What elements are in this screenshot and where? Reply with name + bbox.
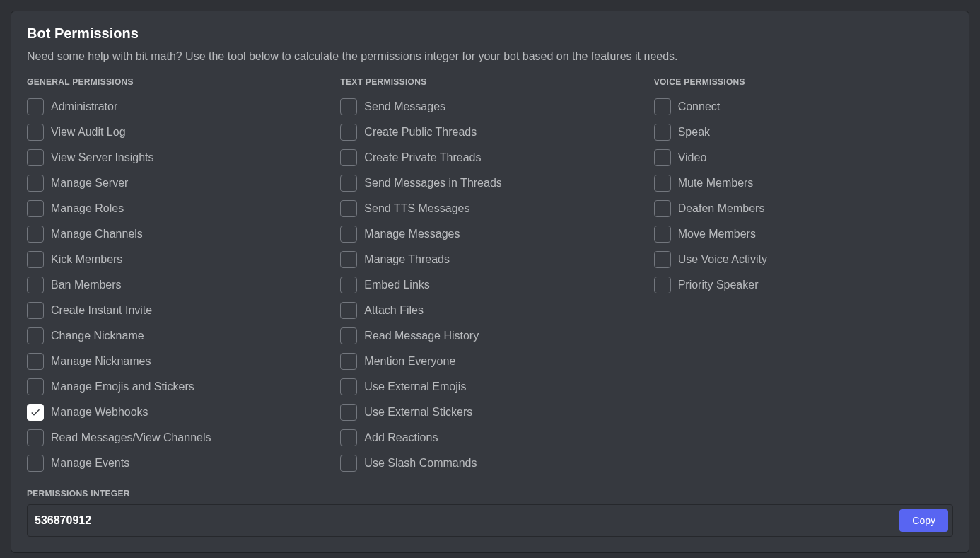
permission-read-message-history[interactable]: Read Message History bbox=[340, 323, 639, 349]
permission-label: Add Reactions bbox=[364, 431, 438, 444]
permission-label: Create Private Threads bbox=[364, 151, 481, 164]
permission-kick-members[interactable]: Kick Members bbox=[27, 247, 326, 272]
checkbox-manage-emojis-and-stickers[interactable] bbox=[27, 378, 44, 395]
checkbox-send-tts-messages[interactable] bbox=[340, 200, 357, 217]
checkbox-mention-everyone[interactable] bbox=[340, 353, 357, 370]
checkbox-speak[interactable] bbox=[654, 124, 671, 141]
permission-use-voice-activity[interactable]: Use Voice Activity bbox=[654, 247, 953, 272]
checkbox-send-messages[interactable] bbox=[340, 98, 357, 115]
checkbox-create-instant-invite[interactable] bbox=[27, 302, 44, 319]
permission-manage-messages[interactable]: Manage Messages bbox=[340, 221, 639, 247]
permission-label: Connect bbox=[678, 100, 721, 113]
permission-label: View Audit Log bbox=[51, 126, 126, 139]
permission-manage-events[interactable]: Manage Events bbox=[27, 451, 326, 476]
permission-label: Administrator bbox=[51, 100, 117, 113]
permission-create-private-threads[interactable]: Create Private Threads bbox=[340, 145, 639, 170]
checkbox-add-reactions[interactable] bbox=[340, 429, 357, 446]
permission-label: Manage Emojis and Stickers bbox=[51, 380, 194, 393]
checkbox-manage-server[interactable] bbox=[27, 175, 44, 192]
permission-speak[interactable]: Speak bbox=[654, 120, 953, 145]
checkbox-attach-files[interactable] bbox=[340, 302, 357, 319]
permissions-columns: GENERAL PERMISSIONS AdministratorView Au… bbox=[27, 77, 953, 476]
checkbox-send-messages-in-threads[interactable] bbox=[340, 175, 357, 192]
permission-label: Change Nickname bbox=[51, 330, 144, 342]
copy-button[interactable]: Copy bbox=[899, 509, 948, 532]
permission-create-public-threads[interactable]: Create Public Threads bbox=[340, 120, 639, 145]
checkbox-kick-members[interactable] bbox=[27, 251, 44, 268]
checkbox-create-private-threads[interactable] bbox=[340, 149, 357, 166]
permission-label: Use External Emojis bbox=[364, 380, 466, 393]
checkbox-manage-messages[interactable] bbox=[340, 226, 357, 243]
permission-send-messages-in-threads[interactable]: Send Messages in Threads bbox=[340, 170, 639, 196]
permission-use-slash-commands[interactable]: Use Slash Commands bbox=[340, 451, 639, 476]
checkbox-manage-events[interactable] bbox=[27, 455, 44, 472]
checkbox-administrator[interactable] bbox=[27, 98, 44, 115]
permission-deafen-members[interactable]: Deafen Members bbox=[654, 196, 953, 221]
permission-label: Ban Members bbox=[51, 279, 122, 291]
permission-move-members[interactable]: Move Members bbox=[654, 221, 953, 247]
checkbox-manage-roles[interactable] bbox=[27, 200, 44, 217]
checkbox-mute-members[interactable] bbox=[654, 175, 671, 192]
permission-manage-threads[interactable]: Manage Threads bbox=[340, 247, 639, 272]
permission-connect[interactable]: Connect bbox=[654, 94, 953, 120]
permission-label: Speak bbox=[678, 126, 710, 139]
permission-use-external-stickers[interactable]: Use External Stickers bbox=[340, 400, 639, 425]
permission-administrator[interactable]: Administrator bbox=[27, 94, 326, 120]
bot-permissions-panel: Bot Permissions Need some help with bit … bbox=[11, 11, 969, 553]
checkbox-view-server-insights[interactable] bbox=[27, 149, 44, 166]
permission-label: View Server Insights bbox=[51, 151, 154, 164]
general-permissions-header: GENERAL PERMISSIONS bbox=[27, 77, 326, 87]
checkbox-use-slash-commands[interactable] bbox=[340, 455, 357, 472]
permission-view-server-insights[interactable]: View Server Insights bbox=[27, 145, 326, 170]
permission-label: Attach Files bbox=[364, 304, 424, 317]
permission-send-tts-messages[interactable]: Send TTS Messages bbox=[340, 196, 639, 221]
permission-create-instant-invite[interactable]: Create Instant Invite bbox=[27, 298, 326, 323]
permission-label: Priority Speaker bbox=[678, 279, 759, 291]
permission-manage-channels[interactable]: Manage Channels bbox=[27, 221, 326, 247]
permission-priority-speaker[interactable]: Priority Speaker bbox=[654, 272, 953, 298]
checkbox-video[interactable] bbox=[654, 149, 671, 166]
permission-manage-roles[interactable]: Manage Roles bbox=[27, 196, 326, 221]
permission-add-reactions[interactable]: Add Reactions bbox=[340, 425, 639, 451]
permission-video[interactable]: Video bbox=[654, 145, 953, 170]
checkbox-create-public-threads[interactable] bbox=[340, 124, 357, 141]
permission-read-messages-view-channels[interactable]: Read Messages/View Channels bbox=[27, 425, 326, 451]
checkbox-embed-links[interactable] bbox=[340, 277, 357, 293]
permission-ban-members[interactable]: Ban Members bbox=[27, 272, 326, 298]
checkbox-read-messages-view-channels[interactable] bbox=[27, 429, 44, 446]
permission-manage-emojis-and-stickers[interactable]: Manage Emojis and Stickers bbox=[27, 374, 326, 400]
permission-label: Send Messages in Threads bbox=[364, 177, 501, 190]
permission-manage-server[interactable]: Manage Server bbox=[27, 170, 326, 196]
checkbox-use-external-stickers[interactable] bbox=[340, 404, 357, 421]
checkbox-use-external-emojis[interactable] bbox=[340, 378, 357, 395]
checkbox-deafen-members[interactable] bbox=[654, 200, 671, 217]
checkbox-ban-members[interactable] bbox=[27, 277, 44, 293]
permission-use-external-emojis[interactable]: Use External Emojis bbox=[340, 374, 639, 400]
checkbox-use-voice-activity[interactable] bbox=[654, 251, 671, 268]
checkbox-manage-nicknames[interactable] bbox=[27, 353, 44, 370]
checkbox-read-message-history[interactable] bbox=[340, 327, 357, 344]
checkbox-move-members[interactable] bbox=[654, 226, 671, 243]
permission-manage-webhooks[interactable]: Manage Webhooks bbox=[27, 400, 326, 425]
permission-label: Read Messages/View Channels bbox=[51, 431, 211, 444]
permission-change-nickname[interactable]: Change Nickname bbox=[27, 323, 326, 349]
permissions-integer-value: 536870912 bbox=[35, 514, 892, 527]
checkbox-change-nickname[interactable] bbox=[27, 327, 44, 344]
permission-view-audit-log[interactable]: View Audit Log bbox=[27, 120, 326, 145]
permission-label: Create Instant Invite bbox=[51, 304, 152, 317]
checkbox-manage-webhooks[interactable] bbox=[27, 404, 44, 421]
permission-label: Mention Everyone bbox=[364, 355, 455, 368]
checkbox-manage-channels[interactable] bbox=[27, 226, 44, 243]
permission-label: Manage Webhooks bbox=[51, 406, 148, 419]
checkbox-priority-speaker[interactable] bbox=[654, 277, 671, 293]
checkbox-connect[interactable] bbox=[654, 98, 671, 115]
permission-send-messages[interactable]: Send Messages bbox=[340, 94, 639, 120]
permission-embed-links[interactable]: Embed Links bbox=[340, 272, 639, 298]
permission-mention-everyone[interactable]: Mention Everyone bbox=[340, 349, 639, 374]
checkbox-view-audit-log[interactable] bbox=[27, 124, 44, 141]
checkbox-manage-threads[interactable] bbox=[340, 251, 357, 268]
permission-mute-members[interactable]: Mute Members bbox=[654, 170, 953, 196]
permission-attach-files[interactable]: Attach Files bbox=[340, 298, 639, 323]
permission-manage-nicknames[interactable]: Manage Nicknames bbox=[27, 349, 326, 374]
permission-label: Manage Channels bbox=[51, 228, 143, 240]
